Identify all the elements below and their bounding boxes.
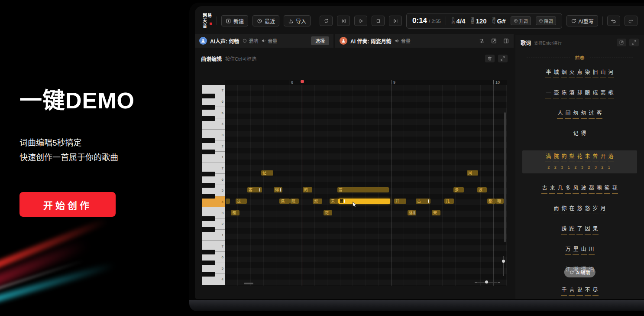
lyric-line[interactable]: 半城烟火点染旧山河 (515, 69, 644, 78)
decor-cyan-beam (0, 262, 115, 307)
stop-button[interactable] (372, 16, 385, 26)
note-block[interactable]: 满 (279, 199, 290, 204)
lyric-line[interactable]: 万里山川 (515, 246, 644, 255)
note-block[interactable]: 得 (274, 187, 282, 192)
loop-button[interactable] (320, 16, 333, 26)
note-block[interactable]: 客 (247, 187, 262, 192)
note-block[interactable]: 多 (453, 187, 464, 192)
lyric-line[interactable]: 千言说不尽 (515, 287, 644, 296)
expand-editor-button[interactable] (498, 55, 508, 62)
decor-red-beam (0, 217, 109, 277)
lyric-line[interactable]: 古来几多风波都嘲笑我 (515, 185, 644, 194)
lyric-char: 在 (569, 205, 575, 214)
piano-key-black[interactable] (202, 194, 215, 199)
lyric-char: 河 (608, 69, 614, 78)
vertical-scrollbar[interactable] (504, 112, 506, 242)
play-button[interactable] (354, 16, 367, 26)
vocal-volume-control[interactable]: 音量 (261, 37, 277, 44)
lyric-line[interactable]: 而你在悠悠岁月 (515, 205, 644, 214)
note-lyric-char: 嘲 (497, 199, 501, 203)
select-voice-button[interactable]: 选择 (311, 36, 329, 45)
export-panel-icon[interactable] (491, 38, 497, 44)
note-block[interactable]: 花 (324, 210, 332, 215)
side-panel-icon[interactable] (503, 38, 509, 44)
redo-button[interactable] (625, 16, 638, 26)
piano-key-black[interactable] (202, 183, 215, 188)
note-block[interactable]: 古 (416, 199, 430, 204)
lyric-char: 壶 (553, 89, 559, 98)
note-block[interactable]: 记 (261, 170, 273, 176)
note-block[interactable]: 曾 (338, 199, 390, 204)
ai-assist-button[interactable]: AI辅助 (564, 267, 595, 277)
note-block[interactable]: 落 (408, 210, 416, 215)
horizontal-scrollbar[interactable] (244, 283, 253, 284)
piano-key-black[interactable] (202, 172, 215, 176)
note-block[interactable]: 几 (444, 199, 454, 204)
note-block[interactable]: 匆 (231, 210, 239, 215)
note-block[interactable]: 来 (432, 210, 440, 215)
lyric-char: 落 (608, 153, 614, 162)
lyric-char: 而 (553, 205, 559, 214)
note-block[interactable]: 院 (290, 199, 299, 204)
piano-key-black[interactable] (202, 94, 215, 98)
import-button[interactable]: 导入 (284, 15, 311, 26)
zoom-handle[interactable] (502, 260, 505, 263)
lyric-line[interactable]: 人间匆匆过客 (515, 110, 644, 119)
reverb-control[interactable]: 混响 (242, 37, 258, 44)
ai-rewrite-button[interactable]: AI重写 (566, 15, 598, 26)
skip-start-button[interactable] (337, 16, 350, 26)
accompaniment-volume-control[interactable]: 音量 (395, 37, 411, 44)
note-block[interactable]: 开 (394, 199, 406, 204)
note-block[interactable]: 都 (487, 199, 496, 204)
key-degree-label: 4 (222, 277, 223, 281)
new-button[interactable]: 新建 (221, 15, 248, 26)
note-block[interactable]: 未 (330, 199, 338, 204)
note-block[interactable]: 的 (303, 187, 312, 192)
playhead-knob[interactable] (301, 80, 304, 83)
note-block[interactable]: 梨 (313, 199, 322, 204)
skip-end-button[interactable] (389, 16, 402, 26)
lyric-line[interactable]: 一壶陈酒却酿成离歌 (515, 89, 644, 98)
lyrics-export-button[interactable] (617, 39, 626, 46)
note-block[interactable]: 过 (236, 199, 247, 204)
note-block[interactable]: 嘲 (496, 199, 504, 204)
key-display: 调号 G# (492, 17, 506, 25)
undo-button[interactable] (607, 16, 620, 26)
piano-key-black[interactable] (202, 150, 215, 154)
swap-icon[interactable] (479, 38, 485, 44)
piano-key-black[interactable] (202, 227, 215, 232)
start-create-button[interactable]: 开始创作 (19, 192, 116, 217)
horizontal-zoom-slider[interactable] (475, 280, 500, 284)
lyric-line[interactable]: 蹉跎了因果 (515, 225, 644, 235)
delete-note-button[interactable] (485, 55, 495, 62)
piano-key-black[interactable] (202, 116, 215, 121)
piano-roll-header: 曲谱编辑 按住Ctrl可框选 (195, 49, 514, 62)
piano-key-black[interactable] (202, 272, 215, 277)
piano-key-black[interactable] (202, 250, 215, 254)
lyric-line[interactable]: 满院的梨花未曾开落2 2 3 1 2 3 2 3 2 1 (522, 150, 637, 173)
accompaniment-avatar (340, 37, 347, 45)
note-block[interactable]: 曾 (337, 187, 389, 192)
note-lyric-char: 记 (262, 171, 266, 175)
lower-key-button[interactable]: 降调 (536, 16, 556, 25)
note-block[interactable]: 风 (467, 170, 478, 176)
lyric-char: 酿 (585, 89, 591, 98)
laptop-frame: 网易 天音 新建 最近 导入 (189, 3, 644, 311)
lyric-char: 几 (557, 185, 563, 194)
recent-button[interactable]: 最近 (252, 15, 279, 26)
note-block[interactable]: 波 (477, 187, 487, 192)
playhead[interactable] (302, 81, 302, 286)
piano-key-black[interactable] (202, 138, 215, 143)
zoom-handle[interactable] (485, 280, 488, 283)
piano-key-black[interactable] (202, 216, 215, 221)
loop-icon (324, 18, 329, 24)
note-grid[interactable]: 8910 记风客得的曾多波过满院梨未曾开古几都嘲匆花落来 (225, 80, 507, 286)
lyric-line[interactable]: 记得 (515, 130, 644, 139)
note-block[interactable] (226, 199, 230, 204)
lyric-char: 成 (592, 89, 599, 98)
vertical-zoom-slider[interactable] (502, 254, 505, 279)
piano-key-black[interactable] (202, 105, 215, 110)
raise-key-button[interactable]: 升调 (511, 16, 531, 25)
lyrics-expand-button[interactable] (629, 39, 639, 46)
piano-key-black[interactable] (202, 261, 215, 265)
